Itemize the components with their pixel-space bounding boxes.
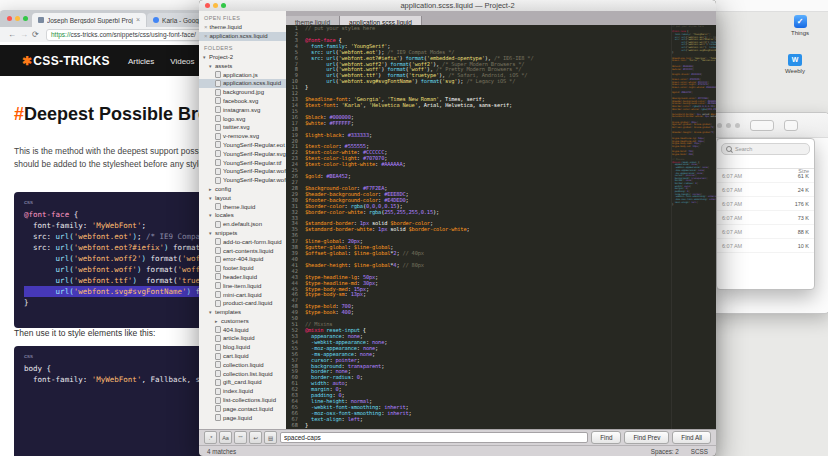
tree-file-item[interactable]: collection.liquid bbox=[199, 360, 286, 369]
tree-file-item[interactable]: logo.svg bbox=[199, 114, 286, 123]
close-window-button[interactable] bbox=[205, 3, 210, 8]
minimize-window-button[interactable] bbox=[726, 123, 731, 128]
tree-file-item[interactable]: v-remove.svg bbox=[199, 132, 286, 141]
tree-file-item[interactable]: line-item.liquid bbox=[199, 281, 286, 290]
tree-file-item[interactable]: YoungSerif-Regular.woff bbox=[199, 167, 286, 176]
tree-folder-item[interactable]: ▾templates bbox=[199, 308, 286, 317]
tree-file-item[interactable]: mini-cart.liquid bbox=[199, 290, 286, 299]
file-size: 73 K bbox=[798, 215, 814, 221]
finder-search-field[interactable]: Search bbox=[721, 143, 810, 155]
close-file-icon[interactable]: × bbox=[204, 24, 208, 30]
file-row[interactable]: 6:07 AM176 K bbox=[717, 197, 814, 211]
back-button[interactable]: ← bbox=[8, 30, 16, 39]
tree-file-item[interactable]: product-card.liquid bbox=[199, 299, 286, 308]
finder-window-front: Search Size 6:07 AM61 K6:07 AM24 K6:07 A… bbox=[716, 138, 815, 290]
minimize-window-button[interactable] bbox=[15, 16, 20, 21]
highlight-matches-toggle[interactable]: ▤ bbox=[264, 431, 277, 444]
minimize-window-button[interactable] bbox=[213, 3, 218, 8]
nav-item[interactable]: Articles bbox=[128, 57, 154, 66]
css-tricks-logo[interactable]: ✱CSS-TRICKS bbox=[22, 54, 110, 68]
tree-folder-item[interactable]: ▾locales bbox=[199, 211, 286, 220]
editor-code-area[interactable]: 1234567891011121314151617181920212223242… bbox=[286, 25, 716, 429]
find-all-button[interactable]: Find All bbox=[672, 431, 711, 444]
wrap-toggle[interactable]: ↩ bbox=[249, 431, 262, 444]
file-icon bbox=[215, 379, 221, 386]
tree-file-item[interactable]: error-404.liquid bbox=[199, 255, 286, 264]
code-pane[interactable]: // put your styles here @font-face { fon… bbox=[302, 25, 672, 429]
syntax-selector[interactable]: SCSS bbox=[691, 448, 708, 455]
zoom-window-button[interactable] bbox=[23, 16, 28, 21]
file-row[interactable]: 6:07 AM73 K bbox=[717, 211, 814, 225]
close-window-button[interactable] bbox=[717, 123, 722, 128]
nav-item[interactable]: Videos bbox=[170, 57, 194, 66]
zoom-window-button[interactable] bbox=[735, 123, 740, 128]
desktop-icon-weebly[interactable]: W Weebly bbox=[776, 54, 814, 74]
tree-file-item[interactable]: en.default.json bbox=[199, 220, 286, 229]
tree-file-item[interactable]: index.liquid bbox=[199, 387, 286, 396]
forward-button[interactable]: → bbox=[20, 30, 28, 39]
tree-file-item[interactable]: blog.liquid bbox=[199, 343, 286, 352]
folder-tree: ▾Project-2▾assetsapplication.jsapplicati… bbox=[199, 53, 286, 422]
find-input[interactable] bbox=[280, 432, 588, 443]
tree-file-item[interactable]: instagram.svg bbox=[199, 105, 286, 114]
tree-file-item[interactable]: application.scss.liquid bbox=[199, 79, 286, 88]
file-icon bbox=[215, 335, 221, 342]
open-file-item[interactable]: ×theme.liquid bbox=[199, 23, 286, 32]
tree-file-item[interactable]: theme.liquid bbox=[199, 202, 286, 211]
editor-status-bar: 4 matches Spaces: 2SCSS bbox=[199, 445, 716, 456]
line-number-gutter: 1234567891011121314151617181920212223242… bbox=[286, 25, 301, 429]
find-button[interactable]: Find bbox=[591, 431, 621, 444]
editor-tab-bar: theme.liquidapplication.scss.liquid bbox=[286, 11, 716, 25]
file-icon bbox=[215, 115, 221, 122]
tree-file-item[interactable]: add-to-cart-form.liquid bbox=[199, 237, 286, 246]
find-prev-button[interactable]: Find Prev bbox=[624, 431, 669, 444]
tree-file-item[interactable]: application.js bbox=[199, 70, 286, 79]
file-row[interactable]: 6:07 AM24 K bbox=[717, 183, 814, 197]
tree-file-item[interactable]: twitter.svg bbox=[199, 123, 286, 132]
toolbar-control[interactable] bbox=[784, 120, 798, 131]
tab-close-icon[interactable]: × bbox=[136, 17, 140, 23]
regex-toggle[interactable]: .* bbox=[204, 431, 217, 444]
tree-folder-item[interactable]: ▾layout bbox=[199, 193, 286, 202]
tree-file-item[interactable]: YoungSerif-Regular.svg bbox=[199, 149, 286, 158]
view-mode-control[interactable] bbox=[750, 120, 774, 131]
tree-file-item[interactable]: collection.list.liquid bbox=[199, 369, 286, 378]
indent-setting[interactable]: Spaces: 2 bbox=[651, 448, 679, 455]
tree-file-item[interactable]: cart.liquid bbox=[199, 352, 286, 361]
tree-file-item[interactable]: facebook.svg bbox=[199, 97, 286, 106]
tree-folder-item[interactable]: ▾Project-2 bbox=[199, 53, 286, 62]
reload-button[interactable]: ⟳ bbox=[32, 30, 39, 39]
tree-file-item[interactable]: article.liquid bbox=[199, 334, 286, 343]
desktop-icon-things[interactable]: ✓ Things bbox=[781, 15, 819, 36]
tree-file-item[interactable]: YoungSerif-Regular.woff2 bbox=[199, 176, 286, 185]
tree-file-item[interactable]: page.contact.liquid bbox=[199, 404, 286, 413]
tree-file-item[interactable]: header.liquid bbox=[199, 273, 286, 282]
zoom-window-button[interactable] bbox=[221, 3, 226, 8]
file-row[interactable]: 6:07 AM10 K bbox=[717, 239, 814, 253]
tree-file-item[interactable]: footer.liquid bbox=[199, 264, 286, 273]
file-icon bbox=[215, 370, 221, 377]
minimap[interactable]: // put your styles here @font-face { fon… bbox=[671, 25, 716, 429]
whole-word-toggle[interactable]: "" bbox=[234, 431, 247, 444]
tree-file-item[interactable]: cart-contents.liquid bbox=[199, 246, 286, 255]
file-icon bbox=[215, 397, 221, 404]
close-file-icon[interactable]: × bbox=[204, 33, 208, 39]
tree-file-item[interactable]: gift_card.liquid bbox=[199, 378, 286, 387]
close-window-button[interactable] bbox=[7, 16, 12, 21]
file-size: 176 K bbox=[795, 201, 814, 207]
tree-file-item[interactable]: page.liquid bbox=[199, 413, 286, 422]
case-sensitive-toggle[interactable]: Aa bbox=[219, 431, 232, 444]
file-icon bbox=[215, 221, 221, 228]
tree-folder-item[interactable]: ▸config bbox=[199, 185, 286, 194]
open-file-item[interactable]: ×application.scss.liquid bbox=[199, 32, 286, 41]
tree-folder-item[interactable]: ▾snippets bbox=[199, 229, 286, 238]
tree-file-item[interactable]: YoungSerif-Regular.ttf bbox=[199, 158, 286, 167]
tree-folder-item[interactable]: ▸customers bbox=[199, 317, 286, 326]
tree-file-item[interactable]: 404.liquid bbox=[199, 325, 286, 334]
tree-folder-item[interactable]: ▾assets bbox=[199, 61, 286, 70]
file-row[interactable]: 6:07 AM88 K bbox=[717, 225, 814, 239]
tree-file-item[interactable]: background.jpg bbox=[199, 88, 286, 97]
tree-file-item[interactable]: YoungSerif-Regular.eot bbox=[199, 141, 286, 150]
browser-tab[interactable]: Joseph Bergsdol Superbl Proj× bbox=[32, 13, 146, 27]
tree-file-item[interactable]: list-collections.liquid bbox=[199, 396, 286, 405]
